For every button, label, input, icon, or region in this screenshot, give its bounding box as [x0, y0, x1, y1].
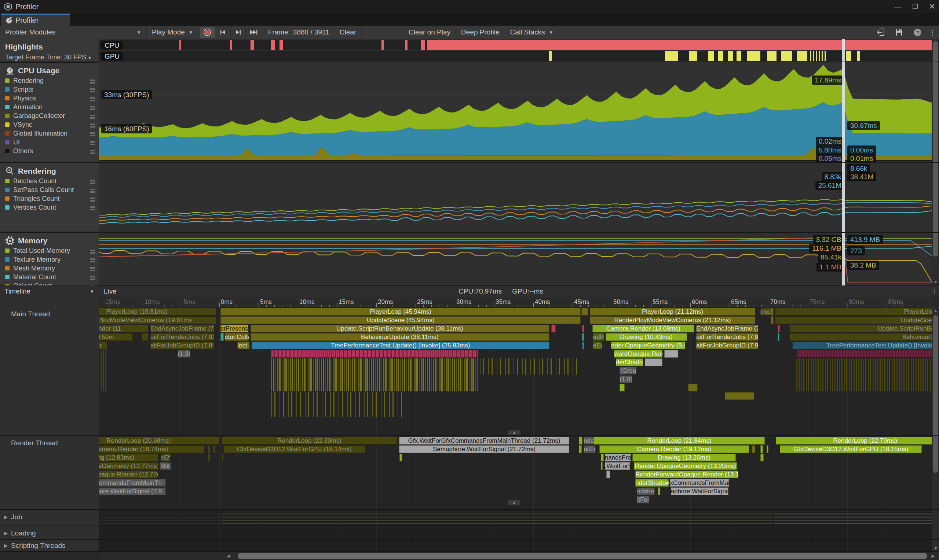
legend-item-batches-count[interactable]: Batches Count▬▬ — [0, 177, 99, 185]
main-thread-sample-block[interactable]: BehaviourUpdate (38.11ms) — [251, 333, 549, 341]
drag-handle-icon[interactable]: ▬▬ — [90, 196, 95, 201]
main-thread-sample-block[interactable] — [620, 384, 624, 391]
legend-color-swatch[interactable] — [5, 122, 9, 127]
toolbar-menu-button[interactable]: ⋮ — [928, 27, 937, 38]
gpu-highlight-strip[interactable]: GPU — [99, 51, 932, 61]
live-button[interactable]: Live — [99, 286, 122, 297]
drag-handle-icon[interactable]: ▬▬ — [90, 266, 95, 271]
maximize-button[interactable]: ❐ — [912, 3, 918, 11]
drag-handle-icon[interactable]: ▬▬ — [90, 87, 95, 92]
sample-forest[interactable] — [271, 358, 478, 391]
main-thread-sample-block[interactable]: awing (9.50m — [99, 333, 133, 341]
legend-item-physics[interactable]: Physics▬▬ — [0, 94, 99, 103]
clear-button[interactable]: Clear — [335, 26, 362, 39]
main-thread-sample-block[interactable]: ra.Render (11. — [99, 325, 148, 332]
drag-handle-icon[interactable]: ▬▬ — [90, 248, 95, 253]
main-thread-sample-block[interactable] — [582, 342, 585, 349]
main-thread-sample-block[interactable] — [142, 333, 148, 341]
main-thread-sample-block[interactable]: Update.ScriptRunBehaviourUpdate (38.78ms… — [789, 325, 932, 332]
main-thread-sample-block[interactable]: TreePerformanceTest.Update() [Invoke] (2… — [792, 342, 932, 349]
render-thread-sample-block[interactable] — [760, 454, 764, 462]
main-thread-sample-block[interactable]: BehaviourUpdate (38.78ms) — [789, 333, 932, 341]
job-samples-band[interactable] — [99, 511, 221, 525]
main-thread-sample-block[interactable]: Camera.Render (13.08ms) — [592, 325, 695, 332]
scroll-up-arrow-icon[interactable]: ▲ — [932, 308, 939, 313]
render-thread-sample-block[interactable] — [208, 454, 211, 462]
loading-track[interactable] — [99, 526, 932, 539]
legend-item-texture-memory[interactable]: Texture Memory▬▬ — [0, 255, 99, 264]
legend-item-garbagecollector[interactable]: GarbageCollector▬▬ — [0, 111, 99, 120]
main-thread-sample-block[interactable]: aqueGeometr — [99, 342, 108, 349]
legend-color-swatch[interactable] — [5, 266, 9, 271]
legend-color-swatch[interactable] — [5, 140, 9, 145]
main-thread-sample-block[interactable] — [778, 333, 779, 341]
main-thread-sample-block[interactable]: ctor.CollectIncrem — [225, 333, 249, 341]
main-thread-sample-block[interactable]: Update.ScriptRunBehaviourUpdate (38.11ms… — [251, 325, 549, 332]
render-thread-sample-block[interactable]: nderShadowM — [635, 479, 669, 487]
render-thread-sample-block[interactable] — [752, 445, 755, 453]
legend-item-triangles-count[interactable]: Triangles Count▬▬ — [0, 194, 99, 203]
main-thread-sample-block[interactable]: RenderPlayModeViewCameras (21.12ms) — [590, 316, 755, 324]
timeline-menu-button[interactable]: ⋮ — [931, 287, 937, 295]
drag-handle-icon[interactable]: ▬▬ — [90, 205, 95, 210]
timeline-scrollbar-thumb[interactable] — [933, 315, 938, 473]
main-thread-sample-block[interactable]: oop ( — [760, 308, 771, 315]
drag-handle-icon[interactable]: ▬▬ — [90, 78, 95, 83]
render-thread-sample-block[interactable]: RenderLoop (22.79ms) — [776, 437, 932, 445]
render-thread-sample-block[interactable] — [601, 462, 603, 470]
legend-color-swatch[interactable] — [5, 197, 9, 201]
collapse-main-thread-button[interactable]: ▲ — [508, 430, 521, 435]
render-thread-sample-block[interactable]: Semaphore.WaitForSignal (21.72ms) — [399, 445, 569, 453]
render-thread-sample-block[interactable]: RenderLoop (21.84ms) — [594, 437, 765, 445]
rendering-chart[interactable]: 8.66k8.83k38.41M25.61M — [99, 163, 932, 232]
highlights-strips[interactable]: CPUGPU — [99, 39, 932, 62]
scroll-right-arrow-icon[interactable]: ▶ — [930, 554, 936, 558]
main-thread-sample-block[interactable]: eExt — [593, 342, 602, 349]
render-thread-sample-block[interactable]: ndsFro — [637, 488, 655, 495]
main-thread-sample-block[interactable]: derShadow — [616, 358, 643, 366]
render-thread-sample-block[interactable]: Camera.Render (19.12ms) — [599, 445, 749, 453]
deep-profile-toggle[interactable]: Deep Profile — [456, 26, 505, 39]
close-button[interactable]: ✕ — [929, 2, 935, 11]
legend-item-mesh-memory[interactable]: Mesh Memory▬▬ — [0, 264, 99, 273]
thread-foldout-arrow[interactable]: ▶ — [4, 530, 8, 536]
drag-handle-icon[interactable]: ▬▬ — [90, 122, 95, 127]
render-thread-sample-block[interactable]: nderForwardOpaque.Render (12.77r — [99, 471, 158, 478]
minimize-button[interactable]: — — [894, 3, 901, 11]
load-profile-button[interactable] — [873, 27, 888, 38]
drag-handle-icon[interactable]: ▬▬ — [90, 95, 95, 101]
module-title[interactable]: Memory — [0, 232, 99, 246]
render-thread-sample-block[interactable]: RenderLoop (22.39ms) — [222, 437, 397, 445]
main-thread-sample-block[interactable]: PlayerLoop (21.12ms) — [590, 308, 755, 315]
legend-item-vsync[interactable]: VSync▬▬ — [0, 120, 99, 129]
main-thread-sample-block[interactable]: EndAsyncJobFrame (7.92 — [150, 325, 214, 332]
legend-item-rendering[interactable]: Rendering▬▬ — [0, 76, 99, 85]
render-thread-sample-block[interactable]: xCommandsFromMainTh — [99, 479, 166, 487]
timeline-view-dropdown[interactable]: Timeline▼ — [0, 286, 99, 297]
render-thread-sample-block[interactable]: xCommandsFromMainTh — [670, 479, 729, 487]
render-thread-sample-block[interactable]: eEff — [161, 454, 171, 462]
sample-forest[interactable] — [99, 350, 107, 391]
thread-label-main-thread[interactable]: Main Thread — [11, 310, 50, 318]
timeline-scrollbar[interactable]: ▲ ▼ — [932, 307, 939, 552]
legend-color-swatch[interactable] — [5, 131, 9, 135]
main-thread-sample-block[interactable] — [582, 325, 585, 332]
main-thread-sample-block[interactable] — [771, 316, 774, 324]
timeline-hscrollbar[interactable]: ◀ ▶ — [99, 552, 939, 560]
main-thread-sample-block[interactable]: (1.38 — [178, 350, 190, 358]
render-thread-sample-block[interactable] — [601, 454, 604, 462]
current-frame-button[interactable] — [246, 26, 263, 39]
main-thread-sample-block[interactable]: wardOpaque.Rende — [614, 350, 663, 358]
legend-color-swatch[interactable] — [5, 188, 9, 192]
save-profile-button[interactable] — [891, 27, 907, 38]
sample-forest[interactable] — [271, 392, 405, 417]
legend-item-vertices-count[interactable]: Vertices Count▬▬ — [0, 203, 99, 212]
render-thread-sample-block[interactable] — [579, 437, 583, 445]
main-thread-sample-block[interactable]: aitForJobGroupID (7.89m — [150, 342, 213, 349]
thread-foldout-arrow[interactable]: ▶ — [4, 514, 8, 520]
render-thread-sample-block[interactable]: RenderLoop (20.68ms) — [99, 437, 220, 445]
thread-label-job[interactable]: Job — [11, 513, 22, 521]
render-thread-sample-block[interactable] — [222, 454, 224, 462]
render-thread-sample-block[interactable]: phore.WaitForSignal (7.9 — [99, 488, 166, 495]
render-thread-sample-block[interactable]: Gfx.WaitForGfxCommandsFromMainThread (21… — [399, 437, 569, 445]
